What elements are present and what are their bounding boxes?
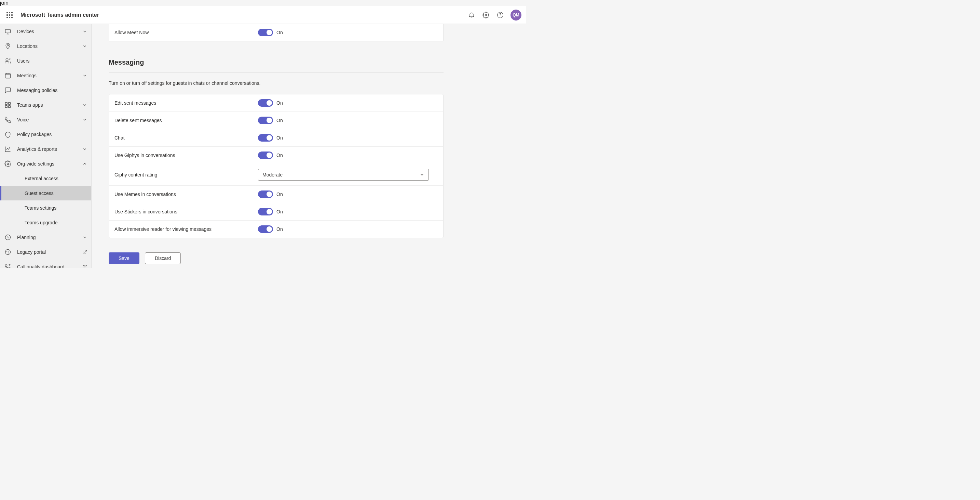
sidebar-item-voice[interactable]: Voice bbox=[0, 112, 91, 127]
sidebar: Devices Locations Users Meetings bbox=[0, 24, 92, 268]
toggle-immersive-reader[interactable] bbox=[258, 225, 273, 233]
sidebar-item-label: Users bbox=[17, 58, 87, 64]
setting-label: Use Giphys in conversations bbox=[115, 153, 258, 158]
sidebar-sub-teams-settings[interactable]: Teams settings bbox=[0, 200, 91, 215]
toggle-stickers[interactable] bbox=[258, 208, 273, 216]
sidebar-item-org-wide-settings[interactable]: Org-wide settings bbox=[0, 156, 91, 171]
setting-row-edit-sent: Edit sent messages On bbox=[109, 94, 443, 112]
sidebar-item-meetings[interactable]: Meetings bbox=[0, 68, 91, 83]
apps-icon bbox=[4, 101, 12, 109]
sidebar-sub-guest-access[interactable]: Guest access bbox=[0, 186, 91, 200]
chevron-down-icon bbox=[82, 73, 87, 78]
toggle-giphys[interactable] bbox=[258, 152, 273, 159]
sidebar-item-label: Teams apps bbox=[17, 102, 82, 108]
sidebar-item-locations[interactable]: Locations bbox=[0, 38, 91, 53]
external-link-icon bbox=[82, 250, 87, 254]
svg-point-3 bbox=[7, 45, 8, 46]
toggle-state: On bbox=[277, 30, 283, 35]
sidebar-item-label: Analytics & reports bbox=[17, 146, 82, 152]
gear-icon bbox=[4, 160, 12, 168]
section-description: Turn on or turn off settings for guests … bbox=[109, 80, 519, 86]
notifications-icon[interactable] bbox=[468, 11, 476, 19]
toggle-allow-meet-now[interactable] bbox=[258, 29, 273, 36]
sidebar-item-label: External access bbox=[25, 176, 87, 181]
setting-row-stickers: Use Stickers in conversations On bbox=[109, 203, 443, 220]
chevron-down-icon bbox=[82, 102, 87, 107]
sidebar-item-policy-packages[interactable]: Policy packages bbox=[0, 127, 91, 142]
avatar[interactable]: QM bbox=[511, 10, 522, 21]
chevron-down-icon bbox=[82, 235, 87, 240]
sidebar-item-label: Guest access bbox=[25, 190, 87, 196]
divider bbox=[109, 72, 444, 73]
chevron-down-icon bbox=[82, 44, 87, 49]
select-value: Moderate bbox=[262, 172, 283, 177]
legacy-icon bbox=[4, 248, 12, 256]
svg-point-10 bbox=[7, 163, 9, 165]
setting-label: Giphy content rating bbox=[115, 172, 258, 177]
sidebar-item-users[interactable]: Users bbox=[0, 53, 91, 68]
sidebar-item-call-quality[interactable]: Call quality dashboard bbox=[0, 259, 91, 268]
setting-label: Edit sent messages bbox=[115, 100, 258, 106]
sidebar-item-label: Teams settings bbox=[25, 205, 87, 211]
setting-row-immersive-reader: Allow immersive reader for viewing messa… bbox=[109, 220, 443, 238]
setting-label: Delete sent messages bbox=[115, 118, 258, 123]
voice-icon bbox=[4, 116, 12, 123]
sidebar-item-legacy-portal[interactable]: Legacy portal bbox=[0, 244, 91, 259]
help-icon[interactable] bbox=[496, 11, 504, 19]
svg-point-4 bbox=[6, 59, 8, 61]
sidebar-item-label: Legacy portal bbox=[17, 249, 80, 255]
select-giphy-rating[interactable]: Moderate bbox=[258, 169, 429, 181]
sidebar-item-devices[interactable]: Devices bbox=[0, 24, 91, 38]
sidebar-item-analytics[interactable]: Analytics & reports bbox=[0, 142, 91, 156]
toggle-state: On bbox=[277, 135, 283, 141]
settings-icon[interactable] bbox=[482, 11, 490, 19]
locations-icon bbox=[4, 42, 12, 50]
messaging-icon bbox=[4, 86, 12, 94]
sidebar-item-label: Voice bbox=[17, 117, 82, 123]
analytics-icon bbox=[4, 145, 12, 153]
action-buttons: Save Discard bbox=[109, 252, 519, 264]
toggle-state: On bbox=[277, 118, 283, 123]
toggle-delete-sent[interactable] bbox=[258, 117, 273, 124]
setting-row-giphy-rating: Giphy content rating Moderate bbox=[109, 164, 443, 186]
sidebar-item-planning[interactable]: Planning bbox=[0, 230, 91, 244]
setting-label: Use Memes in conversations bbox=[115, 192, 258, 197]
planning-icon bbox=[4, 233, 12, 241]
sidebar-item-label: Policy packages bbox=[17, 132, 87, 137]
chevron-down-icon bbox=[82, 117, 87, 122]
setting-row-giphys: Use Giphys in conversations On bbox=[109, 147, 443, 164]
sidebar-item-label: Call quality dashboard bbox=[17, 264, 80, 268]
svg-rect-7 bbox=[8, 102, 11, 104]
main-content: Allow Meet Now On Messaging Turn on or t… bbox=[92, 24, 526, 268]
header: Microsoft Teams admin center QM bbox=[0, 6, 526, 24]
sidebar-item-label: Teams upgrade bbox=[25, 220, 87, 225]
sidebar-item-label: Planning bbox=[17, 235, 82, 240]
users-icon bbox=[4, 57, 12, 65]
toggle-chat[interactable] bbox=[258, 134, 273, 142]
sidebar-sub-external-access[interactable]: External access bbox=[0, 171, 91, 186]
sidebar-item-messaging-policies[interactable]: Messaging policies bbox=[0, 83, 91, 97]
section-title-messaging: Messaging bbox=[109, 59, 519, 66]
svg-point-0 bbox=[485, 14, 487, 16]
save-button[interactable]: Save bbox=[109, 252, 139, 264]
sidebar-sub-teams-upgrade[interactable]: Teams upgrade bbox=[0, 215, 91, 230]
sidebar-item-label: Meetings bbox=[17, 73, 82, 78]
chevron-down-icon bbox=[420, 173, 425, 177]
discard-button[interactable]: Discard bbox=[145, 252, 181, 264]
toggle-edit-sent[interactable] bbox=[258, 99, 273, 107]
svg-rect-5 bbox=[5, 73, 11, 78]
chevron-down-icon bbox=[82, 147, 87, 152]
setting-row-memes: Use Memes in conversations On bbox=[109, 186, 443, 203]
app-launcher[interactable] bbox=[3, 8, 16, 22]
top-settings-card: Allow Meet Now On bbox=[109, 24, 444, 42]
sidebar-item-label: Devices bbox=[17, 29, 82, 34]
sidebar-item-teams-apps[interactable]: Teams apps bbox=[0, 97, 91, 112]
devices-icon bbox=[4, 28, 12, 35]
toggle-memes[interactable] bbox=[258, 190, 273, 198]
setting-row-delete-sent: Delete sent messages On bbox=[109, 112, 443, 129]
svg-rect-2 bbox=[5, 29, 11, 33]
setting-label: Chat bbox=[115, 135, 258, 141]
svg-rect-6 bbox=[5, 102, 8, 104]
header-actions: QM bbox=[468, 10, 523, 21]
chevron-up-icon bbox=[82, 161, 87, 166]
